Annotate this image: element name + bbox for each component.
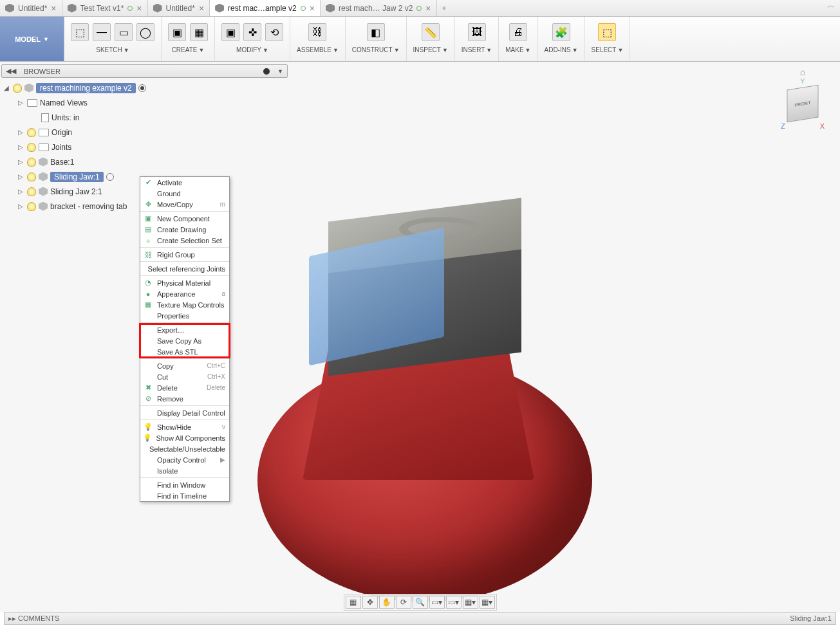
navbar-btn-2[interactable]: ✋ (379, 596, 395, 609)
navbar-btn-0[interactable]: ▦ (346, 596, 361, 609)
view-cube[interactable]: ⌂ Y FRONT Z X (777, 67, 828, 130)
tab-1[interactable]: Test Text v1*× (62, 0, 148, 16)
close-icon[interactable]: × (136, 3, 142, 14)
menu-item-save-copy-as[interactable]: Save Copy As (140, 335, 229, 346)
expand-arrow-icon[interactable]: ▷ (18, 129, 24, 136)
menu-item-create-selection-set[interactable]: ⟐Create Selection Set (140, 235, 229, 246)
menu-item-physical-material[interactable]: ◔Physical Material (140, 277, 229, 288)
ribbon-label[interactable]: ADD-INS▼ (545, 46, 578, 53)
cube-face-front[interactable]: FRONT (795, 100, 811, 107)
navbar-btn-8[interactable]: ▦▾ (480, 596, 495, 609)
menu-item-find-in-timeline[interactable]: Find in Timeline (140, 490, 229, 501)
expand-arrow-icon[interactable]: ▷ (18, 173, 24, 180)
close-icon[interactable]: × (425, 3, 431, 14)
menu-item-isolate[interactable]: Isolate (140, 465, 229, 476)
browser-header[interactable]: ◀◀ BROWSER ▼ (1, 64, 288, 78)
menu-item-delete[interactable]: ✖DeleteDelete (140, 382, 229, 393)
visibility-bulb-icon[interactable] (13, 84, 22, 93)
menu-item-create-drawing[interactable]: ▤Create Drawing (140, 224, 229, 235)
navbar-btn-4[interactable]: 🔍 (413, 596, 428, 609)
ribbon-label[interactable]: ASSEMBLE▼ (297, 46, 339, 53)
ribbon-label[interactable]: MAKE▼ (505, 46, 530, 53)
menu-item-copy[interactable]: CopyCtrl+C (140, 360, 229, 371)
tree-root[interactable]: ◢ rest machining example v2 (1, 80, 288, 95)
navbar-btn-6[interactable]: ▭▾ (446, 596, 462, 609)
workspace-switcher[interactable]: MODEL▼ (0, 17, 64, 61)
ribbon-btn-inspect-0[interactable]: 📏 (422, 23, 440, 41)
menu-item-opacity-control[interactable]: Opacity Control▶ (140, 454, 229, 465)
close-icon[interactable]: × (199, 3, 204, 14)
tab-4[interactable]: rest mach… Jaw 2 v2× (321, 0, 437, 16)
expand-arrow-icon[interactable]: ▷ (18, 143, 24, 151)
menu-item-ground[interactable]: Ground (140, 188, 229, 199)
ribbon-btn-insert-0[interactable]: 🖼 (468, 23, 486, 41)
new-tab-button[interactable]: + (437, 0, 453, 16)
menu-item-find-in-window[interactable]: Find in Window (140, 479, 229, 490)
ribbon-btn-assemble-0[interactable]: ⛓ (308, 23, 326, 41)
ribbon-btn-sketch-1[interactable]: — (93, 23, 111, 41)
menu-item-rigid-group[interactable]: ⛓Rigid Group (140, 249, 229, 260)
active-radio[interactable] (106, 173, 114, 181)
visibility-bulb-icon[interactable] (27, 187, 36, 196)
ribbon-label[interactable]: CREATE▼ (172, 46, 205, 53)
expand-arrow-icon[interactable]: ◢ (4, 84, 10, 91)
tab-3[interactable]: rest mac…ample v2× (210, 0, 321, 16)
ribbon-label[interactable]: INSPECT▼ (413, 46, 448, 53)
expand-arrow-icon[interactable]: ▷ (18, 203, 24, 210)
menu-item-save-as-stl[interactable]: Save As STL (140, 346, 229, 357)
menu-item-show-all-components[interactable]: 💡Show All Components (140, 432, 229, 443)
tree-item[interactable]: ▷Base:1 (1, 154, 288, 169)
ribbon-btn-select-0[interactable]: ⬚ (598, 23, 616, 41)
navbar-btn-7[interactable]: ▦▾ (463, 596, 478, 609)
menu-item-cut[interactable]: CutCtrl+X (140, 371, 229, 382)
menu-item-move-copy[interactable]: ✥Move/Copym (140, 199, 229, 210)
ribbon-label[interactable]: MODIFY▼ (236, 46, 268, 53)
ribbon-btn-sketch-0[interactable]: ⬚ (71, 23, 89, 41)
visibility-bulb-icon[interactable] (27, 202, 36, 211)
tab-overflow[interactable]: ︿ (822, 0, 840, 16)
ribbon-label[interactable]: CONSTRUCT▼ (352, 46, 400, 53)
navbar-btn-3[interactable]: ⟳ (396, 596, 411, 609)
ribbon-btn-modify-1[interactable]: ✜ (243, 23, 261, 41)
menu-item-export-[interactable]: Export… (140, 324, 229, 335)
menu-item-properties[interactable]: Properties (140, 310, 229, 321)
active-radio[interactable] (138, 84, 146, 92)
menu-item-select-referencing-joints[interactable]: Select referencing Joints (140, 263, 229, 274)
tab-0[interactable]: Untitled*× (0, 0, 62, 16)
menu-item-new-component[interactable]: ▣New Component (140, 213, 229, 224)
settings-dot-icon[interactable] (263, 68, 270, 75)
menu-item-remove[interactable]: ⊘Remove (140, 393, 229, 404)
visibility-bulb-icon[interactable] (27, 172, 36, 181)
navbar-btn-1[interactable]: ✥ (362, 596, 378, 609)
tree-item[interactable]: ▷Joints (1, 140, 288, 154)
cube-widget[interactable]: FRONT (787, 85, 819, 123)
chevron-down-icon[interactable]: ▼ (277, 68, 283, 75)
tree-item[interactable]: Units: in (1, 110, 288, 125)
ribbon-btn-sketch-2[interactable]: ▭ (115, 23, 133, 41)
visibility-bulb-icon[interactable] (27, 143, 36, 152)
comments-bar[interactable]: ▸▸ COMMENTS Sliding Jaw:1 (4, 612, 836, 625)
menu-item-texture-map-controls[interactable]: ▦Texture Map Controls (140, 299, 229, 310)
ribbon-btn-add-ins-0[interactable]: 🧩 (552, 23, 570, 41)
expand-arrow-icon[interactable]: ▷ (18, 158, 24, 165)
close-icon[interactable]: × (51, 3, 56, 14)
tab-2[interactable]: Untitled*× (148, 0, 210, 16)
expand-icon[interactable]: ▸▸ (8, 614, 16, 623)
menu-item-display-detail-control[interactable]: Display Detail Control (140, 407, 229, 418)
ribbon-label[interactable]: INSERT▼ (462, 46, 492, 53)
menu-item-show-hide[interactable]: 💡Show/Hidev (140, 421, 229, 432)
close-icon[interactable]: × (310, 3, 315, 14)
menu-item-selectable-unselectable[interactable]: Selectable/Unselectable (140, 443, 229, 454)
expand-arrow-icon[interactable]: ▷ (18, 188, 24, 195)
ribbon-btn-construct-0[interactable]: ◧ (367, 23, 385, 41)
ribbon-btn-make-0[interactable]: 🖨 (509, 23, 527, 41)
ribbon-btn-modify-0[interactable]: ▣ (221, 23, 239, 41)
menu-item-appearance[interactable]: ●Appearancea (140, 288, 229, 299)
ribbon-label[interactable]: SELECT▼ (592, 46, 624, 53)
tree-item[interactable]: ▷Named Views (1, 95, 288, 110)
ribbon-btn-create-1[interactable]: ▦ (190, 23, 208, 41)
navbar-btn-5[interactable]: ▭▾ (429, 596, 445, 609)
collapse-icon[interactable]: ◀◀ (6, 67, 16, 75)
ribbon-btn-modify-2[interactable]: ⟲ (265, 23, 283, 41)
tree-item[interactable]: ▷Origin (1, 125, 288, 140)
